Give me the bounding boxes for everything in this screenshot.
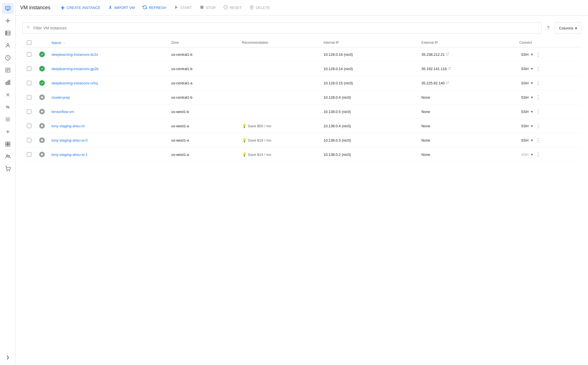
sidebar-item-analytics[interactable] [2,77,13,88]
row-2-more-button[interactable]: ⋮ [533,79,543,87]
external-link-icon[interactable] [446,81,449,85]
row-5-recommendation[interactable]: 💡Save $50 / mo [242,124,317,128]
sidebar-item-monitoring[interactable] [2,52,13,63]
filter-input-wrap[interactable] [22,22,542,34]
header-name-cell[interactable]: Name ↑ [48,38,168,47]
header-zone-cell: Zone [168,38,239,47]
row-6-name-link[interactable]: tony-staging-ahsu-w-0 [52,138,88,142]
sidebar-item-healthcare[interactable] [2,126,13,137]
sidebar-bottom: ❯ [2,352,13,365]
delete-button[interactable]: DELETE [246,3,273,12]
row-5-ssh-button[interactable]: SSH [519,123,530,129]
row-1-ssh-dropdown[interactable]: ▾ [530,65,533,72]
row-6-recommendation[interactable]: 💡Save $19 / mo [242,138,317,142]
select-all-checkbox[interactable] [27,40,31,45]
reset-button[interactable]: RESET [220,3,245,12]
row-0-ssh-dropdown[interactable]: ▾ [530,51,533,58]
start-button[interactable]: START [171,3,195,12]
row-7-ssh-button[interactable]: SSH [519,151,530,158]
row-0-checkbox[interactable] [27,52,31,57]
sidebar-toggle-button[interactable]: ❯ [2,352,13,363]
row-7-name-link[interactable]: tony-staging-ahsu-w-1 [52,153,88,157]
row-0-ssh-button[interactable]: SSH [519,51,530,58]
help-button[interactable]: ? [544,24,553,33]
sidebar-item-compute[interactable] [2,3,13,14]
topbar: VM instances CREATE INSTANCE IMPORT VM R… [16,0,588,16]
row-5-name-cell: tony-staging-ahsu-m [48,119,168,133]
bulb-icon: 💡 [242,152,247,157]
row-5-more-button[interactable]: ⋮ [533,122,543,130]
chevron-right-icon: ❯ [6,355,10,359]
row-6-ssh-wrap: SSH ▾ ⋮ [519,136,578,144]
row-1-checkbox[interactable] [27,66,31,71]
row-1-zone-cell: us-central1-b [168,62,239,76]
sidebar-item-network[interactable] [2,15,13,26]
row-3-internal-ip-cell: 10.128.0.4 (nic0) [320,90,418,105]
external-link-icon[interactable] [446,52,449,57]
svg-rect-34 [8,144,10,146]
columns-button[interactable]: Columns ▾ [555,22,581,34]
external-link-icon[interactable] [448,67,451,71]
table-row: deeplearning-instances-dc2xus-central1-b… [22,47,581,62]
sidebar-item-widgets[interactable] [2,138,13,150]
row-5-connect-cell: SSH ▾ ⋮ [516,119,581,133]
row-0-name-link[interactable]: deeplearning-instances-dc2x [52,52,98,57]
row-6-checkbox[interactable] [27,138,31,142]
sidebar-item-cart[interactable] [2,163,13,174]
row-3-more-button[interactable]: ⋮ [533,93,543,101]
row-3-ssh-dropdown[interactable]: ▾ [530,94,533,101]
svg-line-49 [447,81,449,83]
row-1-more-button[interactable]: ⋮ [533,64,543,73]
filter-input[interactable] [33,26,538,30]
row-2-ssh-wrap: SSH ▾ ⋮ [519,79,578,87]
refresh-icon [143,5,147,10]
row-5-checkbox[interactable] [27,124,31,128]
row-4-checkbox[interactable] [27,109,31,114]
row-2-name-link[interactable]: deeplearning-instances-nrhq [52,81,98,85]
create-instance-button[interactable]: CREATE INSTANCE [57,4,104,12]
row-7-more-button[interactable]: ⋮ [533,150,543,159]
row-5-name-link[interactable]: tony-staging-ahsu-m [52,124,85,128]
import-vm-button[interactable]: IMPORT VM [105,3,138,12]
row-2-status-cell [36,76,48,90]
import-vm-label: IMPORT VM [114,6,135,10]
sidebar-item-logging[interactable] [2,64,13,76]
topbar-actions: CREATE INSTANCE IMPORT VM REFRESH START [57,3,584,12]
row-4-name-link[interactable]: tensorflow-vm [52,110,74,114]
row-6-more-button[interactable]: ⋮ [533,136,543,144]
row-2-ssh-button[interactable]: SSH [519,80,530,86]
row-3-ssh-button[interactable]: SSH [519,94,530,101]
row-4-status-cell [36,105,48,119]
row-7-recommendation[interactable]: 💡Save $14 / mo [242,152,317,157]
sidebar-item-billing[interactable]: % [2,101,13,113]
refresh-button[interactable]: REFRESH [139,3,169,12]
row-0-more-button[interactable]: ⋮ [533,50,543,59]
row-4-ssh-dropdown[interactable]: ▾ [530,108,533,115]
row-2-ssh-dropdown[interactable]: ▾ [530,80,533,86]
row-3-name-link[interactable]: model-prep [52,95,70,100]
row-6-checkbox-cell [22,133,36,147]
row-6-ssh-dropdown[interactable]: ▾ [530,137,533,144]
row-1-name-link[interactable]: deeplearning-instances-gp2b [52,67,99,71]
row-4-checkbox-cell [22,105,36,119]
row-7-checkbox[interactable] [27,152,31,157]
row-2-checkbox[interactable] [27,81,31,85]
sidebar-item-users[interactable] [2,151,13,162]
sidebar-item-firestore[interactable] [2,114,13,125]
row-4-ssh-button[interactable]: SSH [519,108,530,115]
table-row: tony-staging-ahsu-mus-west1-a💡Save $50 /… [22,119,581,133]
row-3-checkbox[interactable] [27,95,31,100]
sidebar-item-storage[interactable] [2,27,13,39]
row-7-ssh-dropdown[interactable]: ▾ [530,151,533,158]
row-7-recommendation-cell: 💡Save $14 / mo [239,147,320,162]
sidebar-item-security[interactable] [2,89,13,100]
sidebar-item-identity[interactable] [2,40,13,51]
row-1-ssh-button[interactable]: SSH [519,66,530,72]
stop-button[interactable]: STOP [196,3,219,12]
svg-rect-33 [6,144,8,146]
row-5-ssh-dropdown[interactable]: ▾ [530,123,533,129]
start-icon [174,5,179,10]
row-4-more-button[interactable]: ⋮ [533,107,543,116]
row-6-ssh-button[interactable]: SSH [519,137,530,144]
header-external-ip-cell: External IP [418,38,516,47]
